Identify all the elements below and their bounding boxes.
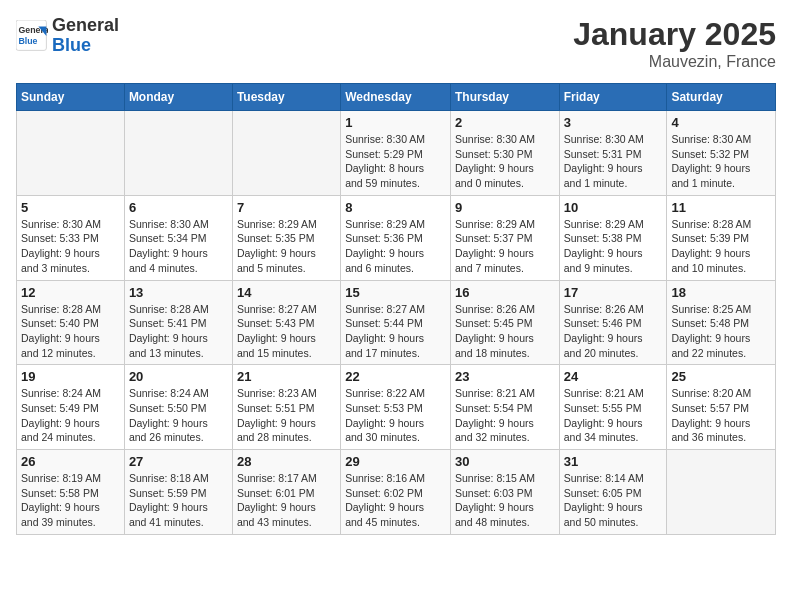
day-number: 24 bbox=[564, 369, 663, 384]
day-number: 30 bbox=[455, 454, 555, 469]
logo-general-text: General bbox=[52, 16, 119, 36]
calendar-cell: 2Sunrise: 8:30 AM Sunset: 5:30 PM Daylig… bbox=[450, 111, 559, 196]
calendar-week-row: 19Sunrise: 8:24 AM Sunset: 5:49 PM Dayli… bbox=[17, 365, 776, 450]
day-number: 17 bbox=[564, 285, 663, 300]
logo-blue-text: Blue bbox=[52, 36, 119, 56]
day-info: Sunrise: 8:29 AM Sunset: 5:36 PM Dayligh… bbox=[345, 217, 446, 276]
calendar-cell: 13Sunrise: 8:28 AM Sunset: 5:41 PM Dayli… bbox=[124, 280, 232, 365]
weekday-header-sunday: Sunday bbox=[17, 84, 125, 111]
day-info: Sunrise: 8:29 AM Sunset: 5:38 PM Dayligh… bbox=[564, 217, 663, 276]
day-info: Sunrise: 8:30 AM Sunset: 5:31 PM Dayligh… bbox=[564, 132, 663, 191]
calendar-cell: 15Sunrise: 8:27 AM Sunset: 5:44 PM Dayli… bbox=[341, 280, 451, 365]
weekday-header-wednesday: Wednesday bbox=[341, 84, 451, 111]
svg-text:Blue: Blue bbox=[18, 36, 37, 46]
weekday-header-saturday: Saturday bbox=[667, 84, 776, 111]
day-info: Sunrise: 8:21 AM Sunset: 5:54 PM Dayligh… bbox=[455, 386, 555, 445]
weekday-header-tuesday: Tuesday bbox=[232, 84, 340, 111]
day-info: Sunrise: 8:28 AM Sunset: 5:41 PM Dayligh… bbox=[129, 302, 228, 361]
day-info: Sunrise: 8:30 AM Sunset: 5:30 PM Dayligh… bbox=[455, 132, 555, 191]
weekday-header-monday: Monday bbox=[124, 84, 232, 111]
logo-icon: General Blue bbox=[16, 20, 48, 52]
day-info: Sunrise: 8:19 AM Sunset: 5:58 PM Dayligh… bbox=[21, 471, 120, 530]
calendar-cell: 11Sunrise: 8:28 AM Sunset: 5:39 PM Dayli… bbox=[667, 195, 776, 280]
day-info: Sunrise: 8:25 AM Sunset: 5:48 PM Dayligh… bbox=[671, 302, 771, 361]
calendar-cell bbox=[667, 450, 776, 535]
calendar-cell: 19Sunrise: 8:24 AM Sunset: 5:49 PM Dayli… bbox=[17, 365, 125, 450]
day-info: Sunrise: 8:21 AM Sunset: 5:55 PM Dayligh… bbox=[564, 386, 663, 445]
calendar-week-row: 12Sunrise: 8:28 AM Sunset: 5:40 PM Dayli… bbox=[17, 280, 776, 365]
calendar-cell: 14Sunrise: 8:27 AM Sunset: 5:43 PM Dayli… bbox=[232, 280, 340, 365]
day-number: 16 bbox=[455, 285, 555, 300]
day-number: 15 bbox=[345, 285, 446, 300]
day-info: Sunrise: 8:30 AM Sunset: 5:29 PM Dayligh… bbox=[345, 132, 446, 191]
day-info: Sunrise: 8:14 AM Sunset: 6:05 PM Dayligh… bbox=[564, 471, 663, 530]
calendar-cell bbox=[124, 111, 232, 196]
day-number: 3 bbox=[564, 115, 663, 130]
calendar-cell: 7Sunrise: 8:29 AM Sunset: 5:35 PM Daylig… bbox=[232, 195, 340, 280]
weekday-header-thursday: Thursday bbox=[450, 84, 559, 111]
calendar-week-row: 1Sunrise: 8:30 AM Sunset: 5:29 PM Daylig… bbox=[17, 111, 776, 196]
day-number: 11 bbox=[671, 200, 771, 215]
calendar-cell: 17Sunrise: 8:26 AM Sunset: 5:46 PM Dayli… bbox=[559, 280, 667, 365]
calendar-cell: 25Sunrise: 8:20 AM Sunset: 5:57 PM Dayli… bbox=[667, 365, 776, 450]
calendar-cell: 12Sunrise: 8:28 AM Sunset: 5:40 PM Dayli… bbox=[17, 280, 125, 365]
calendar-cell: 27Sunrise: 8:18 AM Sunset: 5:59 PM Dayli… bbox=[124, 450, 232, 535]
calendar-cell: 6Sunrise: 8:30 AM Sunset: 5:34 PM Daylig… bbox=[124, 195, 232, 280]
calendar-week-row: 5Sunrise: 8:30 AM Sunset: 5:33 PM Daylig… bbox=[17, 195, 776, 280]
day-info: Sunrise: 8:20 AM Sunset: 5:57 PM Dayligh… bbox=[671, 386, 771, 445]
day-number: 7 bbox=[237, 200, 336, 215]
day-info: Sunrise: 8:28 AM Sunset: 5:39 PM Dayligh… bbox=[671, 217, 771, 276]
day-number: 13 bbox=[129, 285, 228, 300]
calendar-cell: 21Sunrise: 8:23 AM Sunset: 5:51 PM Dayli… bbox=[232, 365, 340, 450]
location-label: Mauvezin, France bbox=[573, 53, 776, 71]
calendar-week-row: 26Sunrise: 8:19 AM Sunset: 5:58 PM Dayli… bbox=[17, 450, 776, 535]
day-number: 25 bbox=[671, 369, 771, 384]
calendar-cell: 29Sunrise: 8:16 AM Sunset: 6:02 PM Dayli… bbox=[341, 450, 451, 535]
calendar-cell: 5Sunrise: 8:30 AM Sunset: 5:33 PM Daylig… bbox=[17, 195, 125, 280]
day-number: 9 bbox=[455, 200, 555, 215]
day-info: Sunrise: 8:24 AM Sunset: 5:49 PM Dayligh… bbox=[21, 386, 120, 445]
day-info: Sunrise: 8:28 AM Sunset: 5:40 PM Dayligh… bbox=[21, 302, 120, 361]
day-info: Sunrise: 8:30 AM Sunset: 5:32 PM Dayligh… bbox=[671, 132, 771, 191]
day-number: 28 bbox=[237, 454, 336, 469]
calendar-cell bbox=[17, 111, 125, 196]
day-info: Sunrise: 8:17 AM Sunset: 6:01 PM Dayligh… bbox=[237, 471, 336, 530]
calendar-cell: 23Sunrise: 8:21 AM Sunset: 5:54 PM Dayli… bbox=[450, 365, 559, 450]
calendar-cell: 1Sunrise: 8:30 AM Sunset: 5:29 PM Daylig… bbox=[341, 111, 451, 196]
day-number: 21 bbox=[237, 369, 336, 384]
day-number: 5 bbox=[21, 200, 120, 215]
day-number: 8 bbox=[345, 200, 446, 215]
day-info: Sunrise: 8:16 AM Sunset: 6:02 PM Dayligh… bbox=[345, 471, 446, 530]
page-header: General Blue General Blue January 2025 M… bbox=[16, 16, 776, 71]
calendar-table: SundayMondayTuesdayWednesdayThursdayFrid… bbox=[16, 83, 776, 535]
day-number: 31 bbox=[564, 454, 663, 469]
day-number: 23 bbox=[455, 369, 555, 384]
calendar-cell: 4Sunrise: 8:30 AM Sunset: 5:32 PM Daylig… bbox=[667, 111, 776, 196]
title-block: January 2025 Mauvezin, France bbox=[573, 16, 776, 71]
calendar-cell: 28Sunrise: 8:17 AM Sunset: 6:01 PM Dayli… bbox=[232, 450, 340, 535]
calendar-cell: 24Sunrise: 8:21 AM Sunset: 5:55 PM Dayli… bbox=[559, 365, 667, 450]
day-number: 6 bbox=[129, 200, 228, 215]
day-info: Sunrise: 8:30 AM Sunset: 5:33 PM Dayligh… bbox=[21, 217, 120, 276]
day-info: Sunrise: 8:27 AM Sunset: 5:43 PM Dayligh… bbox=[237, 302, 336, 361]
day-number: 2 bbox=[455, 115, 555, 130]
day-info: Sunrise: 8:18 AM Sunset: 5:59 PM Dayligh… bbox=[129, 471, 228, 530]
calendar-cell: 18Sunrise: 8:25 AM Sunset: 5:48 PM Dayli… bbox=[667, 280, 776, 365]
day-info: Sunrise: 8:30 AM Sunset: 5:34 PM Dayligh… bbox=[129, 217, 228, 276]
calendar-cell bbox=[232, 111, 340, 196]
calendar-cell: 20Sunrise: 8:24 AM Sunset: 5:50 PM Dayli… bbox=[124, 365, 232, 450]
calendar-cell: 22Sunrise: 8:22 AM Sunset: 5:53 PM Dayli… bbox=[341, 365, 451, 450]
weekday-header-friday: Friday bbox=[559, 84, 667, 111]
day-number: 26 bbox=[21, 454, 120, 469]
day-info: Sunrise: 8:15 AM Sunset: 6:03 PM Dayligh… bbox=[455, 471, 555, 530]
day-number: 14 bbox=[237, 285, 336, 300]
weekday-header-row: SundayMondayTuesdayWednesdayThursdayFrid… bbox=[17, 84, 776, 111]
day-number: 19 bbox=[21, 369, 120, 384]
day-info: Sunrise: 8:26 AM Sunset: 5:46 PM Dayligh… bbox=[564, 302, 663, 361]
day-number: 10 bbox=[564, 200, 663, 215]
calendar-cell: 10Sunrise: 8:29 AM Sunset: 5:38 PM Dayli… bbox=[559, 195, 667, 280]
day-number: 29 bbox=[345, 454, 446, 469]
logo: General Blue General Blue bbox=[16, 16, 119, 56]
day-info: Sunrise: 8:27 AM Sunset: 5:44 PM Dayligh… bbox=[345, 302, 446, 361]
day-info: Sunrise: 8:26 AM Sunset: 5:45 PM Dayligh… bbox=[455, 302, 555, 361]
